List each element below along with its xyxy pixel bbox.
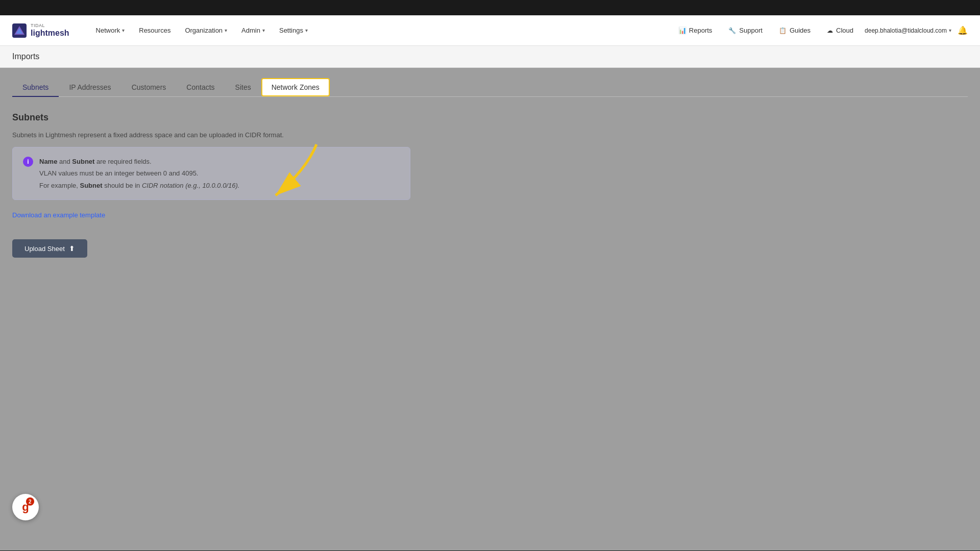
nav-item-resources[interactable]: Resources <box>133 22 177 38</box>
nav-organization-chevron: ▾ <box>225 28 227 33</box>
top-bar <box>0 0 980 15</box>
book-icon: 📋 <box>779 27 787 34</box>
page-title: Imports <box>12 52 39 61</box>
nav-resources-label: Resources <box>139 27 170 34</box>
nav-admin-label: Admin <box>241 27 260 34</box>
nav-item-network[interactable]: Network ▾ <box>90 22 131 38</box>
tabs-container: Subnets IP Addresses Customers Contacts … <box>12 78 968 97</box>
section-title: Subnets <box>12 112 968 123</box>
info-line-1: Name and Subnet are required fields. <box>39 156 239 167</box>
g2-superscript: 2 <box>26 497 34 506</box>
subnets-section: Subnets Subnets in Lightmesh represent a… <box>12 112 968 258</box>
logo-icon <box>12 23 27 38</box>
nav-right: 📊 Reports 🔧 Support 📋 Guides ☁ Cloud dee… <box>673 23 968 37</box>
g2-badge-inner: g 2 <box>22 500 29 514</box>
nav-item-guides[interactable]: 📋 Guides <box>774 23 816 37</box>
tab-customers[interactable]: Customers <box>121 78 177 96</box>
nav-reports-label: Reports <box>689 27 713 34</box>
page-header: Imports <box>0 46 980 68</box>
nav-network-chevron: ▾ <box>122 28 125 33</box>
cloud-icon: ☁ <box>827 27 833 34</box>
user-email-text: deep.bhalotia@tidalcloud.com <box>865 27 947 34</box>
nav-item-support[interactable]: 🔧 Support <box>723 23 768 37</box>
info-text-content: Name and Subnet are required fields. VLA… <box>39 156 239 191</box>
tab-network-zones[interactable]: Network Zones <box>261 78 330 96</box>
user-email[interactable]: deep.bhalotia@tidalcloud.com ▾ <box>865 27 951 34</box>
info-line-2: VLAN values must be an integer between 0… <box>39 167 239 179</box>
section-description: Subnets in Lightmesh represent a fixed a… <box>12 131 968 139</box>
info-icon: i <box>23 157 33 167</box>
nav-item-settings[interactable]: Settings ▾ <box>273 22 314 38</box>
tab-sites[interactable]: Sites <box>225 78 261 96</box>
nav-cloud-label: Cloud <box>836 27 853 34</box>
nav-item-cloud[interactable]: ☁ Cloud <box>822 23 859 37</box>
nav-settings-chevron: ▾ <box>305 28 308 33</box>
nav-settings-label: Settings <box>279 27 303 34</box>
logo-tidal-label: tidal <box>31 23 69 29</box>
tab-subnets[interactable]: Subnets <box>12 78 59 96</box>
tab-ip-addresses[interactable]: IP Addresses <box>59 78 121 96</box>
info-line-3: For example, Subnet should be in CIDR no… <box>39 180 239 191</box>
nav-items: Network ▾ Resources Organization ▾ Admin… <box>90 22 673 38</box>
upload-button-label: Upload Sheet <box>24 245 65 253</box>
main-content: Subnets IP Addresses Customers Contacts … <box>0 68 980 550</box>
nav-support-label: Support <box>739 27 763 34</box>
download-template-link[interactable]: Download an example template <box>12 211 105 219</box>
nav-item-admin[interactable]: Admin ▾ <box>235 22 271 38</box>
wrench-icon: 🔧 <box>728 27 736 34</box>
tab-contacts[interactable]: Contacts <box>176 78 225 96</box>
user-chevron-icon: ▾ <box>949 28 951 33</box>
upload-sheet-button[interactable]: Upload Sheet ⬆ <box>12 239 87 258</box>
navbar: tidal lightmesh Network ▾ Resources Orga… <box>0 15 980 46</box>
info-box: i Name and Subnet are required fields. V… <box>12 147 410 200</box>
nav-item-reports[interactable]: 📊 Reports <box>673 23 718 37</box>
logo-lightmesh-label: lightmesh <box>31 29 69 38</box>
logo[interactable]: tidal lightmesh <box>12 23 69 38</box>
upload-icon: ⬆ <box>69 244 75 253</box>
g2-badge[interactable]: g 2 <box>12 494 39 520</box>
nav-guides-label: Guides <box>790 27 811 34</box>
notification-bell-icon[interactable]: 🔔 <box>958 26 968 35</box>
nav-network-label: Network <box>96 27 120 34</box>
nav-admin-chevron: ▾ <box>262 28 265 33</box>
logo-text: tidal lightmesh <box>31 23 69 37</box>
nav-item-organization[interactable]: Organization ▾ <box>179 22 233 38</box>
bar-chart-icon: 📊 <box>678 27 687 34</box>
nav-organization-label: Organization <box>185 27 223 34</box>
